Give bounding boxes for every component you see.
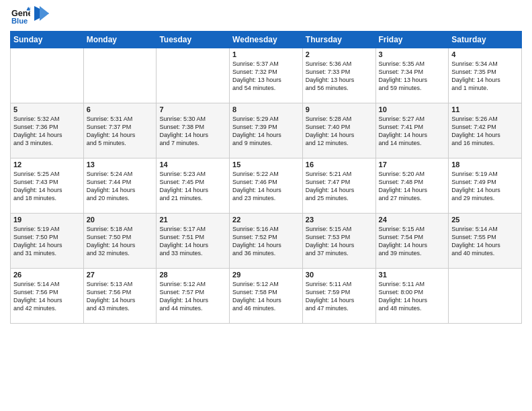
day-info: Sunrise: 5:31 AM Sunset: 7:37 PM Dayligh…: [87, 115, 154, 148]
day-number: 11: [451, 105, 519, 113]
calendar-cell: 28Sunrise: 5:12 AM Sunset: 7:57 PM Dayli…: [157, 269, 230, 324]
calendar-table: SundayMondayTuesdayWednesdayThursdayFrid…: [10, 31, 522, 324]
calendar-cell: 12Sunrise: 5:25 AM Sunset: 7:43 PM Dayli…: [11, 158, 84, 214]
day-info: Sunrise: 5:30 AM Sunset: 7:38 PM Dayligh…: [159, 115, 226, 148]
calendar-cell: 3Sunrise: 5:35 AM Sunset: 7:34 PM Daylig…: [375, 48, 449, 103]
logo-arrow-icon: [34, 6, 49, 21]
day-number: 30: [306, 271, 373, 279]
logo-icon: General Blue: [11, 7, 30, 26]
day-info: Sunrise: 5:25 AM Sunset: 7:43 PM Dayligh…: [13, 170, 81, 203]
day-number: 4: [451, 50, 519, 58]
day-number: 9: [306, 105, 373, 113]
day-info: Sunrise: 5:22 AM Sunset: 7:46 PM Dayligh…: [232, 170, 300, 203]
day-info: Sunrise: 5:14 AM Sunset: 7:55 PM Dayligh…: [451, 225, 519, 258]
day-number: 15: [232, 161, 300, 169]
day-number: 19: [13, 216, 81, 224]
day-number: 2: [306, 50, 373, 58]
calendar-cell: 4Sunrise: 5:34 AM Sunset: 7:35 PM Daylig…: [449, 48, 522, 103]
calendar-cell: 2Sunrise: 5:36 AM Sunset: 7:33 PM Daylig…: [302, 48, 375, 103]
calendar-cell: 8Sunrise: 5:29 AM Sunset: 7:39 PM Daylig…: [230, 103, 303, 158]
logo: General Blue: [10, 7, 49, 26]
week-row-1: 1Sunrise: 5:37 AM Sunset: 7:32 PM Daylig…: [11, 48, 522, 103]
day-number: 7: [159, 105, 226, 113]
day-info: Sunrise: 5:14 AM Sunset: 7:56 PM Dayligh…: [13, 280, 81, 313]
day-number: 17: [379, 161, 446, 169]
calendar-cell: [11, 48, 84, 103]
calendar-cell: 18Sunrise: 5:19 AM Sunset: 7:49 PM Dayli…: [449, 158, 522, 214]
calendar-cell: 25Sunrise: 5:14 AM Sunset: 7:55 PM Dayli…: [449, 214, 522, 269]
day-info: Sunrise: 5:20 AM Sunset: 7:48 PM Dayligh…: [379, 170, 446, 203]
day-number: 10: [379, 105, 446, 113]
day-info: Sunrise: 5:26 AM Sunset: 7:42 PM Dayligh…: [451, 115, 519, 148]
week-row-3: 12Sunrise: 5:25 AM Sunset: 7:43 PM Dayli…: [11, 158, 522, 214]
week-row-5: 26Sunrise: 5:14 AM Sunset: 7:56 PM Dayli…: [11, 269, 522, 324]
calendar-page: General Blue SundayMondayTuesdayWednesda: [0, 0, 532, 411]
day-info: Sunrise: 5:11 AM Sunset: 8:00 PM Dayligh…: [379, 280, 446, 313]
day-info: Sunrise: 5:11 AM Sunset: 7:59 PM Dayligh…: [306, 280, 373, 313]
day-number: 5: [13, 105, 81, 113]
day-header-wednesday: Wednesday: [230, 32, 303, 48]
calendar-cell: 7Sunrise: 5:30 AM Sunset: 7:38 PM Daylig…: [157, 103, 230, 158]
day-info: Sunrise: 5:15 AM Sunset: 7:53 PM Dayligh…: [306, 225, 373, 258]
day-info: Sunrise: 5:29 AM Sunset: 7:39 PM Dayligh…: [232, 115, 300, 148]
day-number: 3: [379, 50, 446, 58]
calendar-cell: 14Sunrise: 5:23 AM Sunset: 7:45 PM Dayli…: [157, 158, 230, 214]
day-number: 28: [159, 271, 226, 279]
day-header-tuesday: Tuesday: [157, 32, 230, 48]
calendar-cell: 19Sunrise: 5:19 AM Sunset: 7:50 PM Dayli…: [11, 214, 84, 269]
calendar-cell: 11Sunrise: 5:26 AM Sunset: 7:42 PM Dayli…: [449, 103, 522, 158]
day-number: 12: [13, 161, 81, 169]
day-info: Sunrise: 5:35 AM Sunset: 7:34 PM Dayligh…: [379, 60, 446, 93]
calendar-cell: 6Sunrise: 5:31 AM Sunset: 7:37 PM Daylig…: [83, 103, 157, 158]
calendar-cell: 15Sunrise: 5:22 AM Sunset: 7:46 PM Dayli…: [230, 158, 303, 214]
day-info: Sunrise: 5:24 AM Sunset: 7:44 PM Dayligh…: [87, 170, 154, 203]
day-number: 29: [232, 271, 300, 279]
day-info: Sunrise: 5:16 AM Sunset: 7:52 PM Dayligh…: [232, 225, 300, 258]
calendar-cell: 27Sunrise: 5:13 AM Sunset: 7:56 PM Dayli…: [83, 269, 157, 324]
day-info: Sunrise: 5:12 AM Sunset: 7:57 PM Dayligh…: [159, 280, 226, 313]
header-row: SundayMondayTuesdayWednesdayThursdayFrid…: [11, 32, 522, 48]
day-header-saturday: Saturday: [449, 32, 522, 48]
day-number: 14: [159, 161, 226, 169]
calendar-cell: 13Sunrise: 5:24 AM Sunset: 7:44 PM Dayli…: [83, 158, 157, 214]
calendar-cell: 5Sunrise: 5:32 AM Sunset: 7:36 PM Daylig…: [11, 103, 84, 158]
day-info: Sunrise: 5:15 AM Sunset: 7:54 PM Dayligh…: [379, 225, 446, 258]
day-info: Sunrise: 5:19 AM Sunset: 7:50 PM Dayligh…: [13, 225, 81, 258]
page-header: General Blue: [10, 7, 522, 26]
day-number: 31: [379, 271, 446, 279]
calendar-cell: [449, 269, 522, 324]
day-number: 27: [87, 271, 154, 279]
week-row-2: 5Sunrise: 5:32 AM Sunset: 7:36 PM Daylig…: [11, 103, 522, 158]
calendar-cell: 10Sunrise: 5:27 AM Sunset: 7:41 PM Dayli…: [375, 103, 449, 158]
day-info: Sunrise: 5:28 AM Sunset: 7:40 PM Dayligh…: [306, 115, 373, 148]
calendar-cell: 31Sunrise: 5:11 AM Sunset: 8:00 PM Dayli…: [375, 269, 449, 324]
day-info: Sunrise: 5:12 AM Sunset: 7:58 PM Dayligh…: [232, 280, 300, 313]
calendar-cell: 21Sunrise: 5:17 AM Sunset: 7:51 PM Dayli…: [157, 214, 230, 269]
calendar-cell: 20Sunrise: 5:18 AM Sunset: 7:50 PM Dayli…: [83, 214, 157, 269]
calendar-cell: 24Sunrise: 5:15 AM Sunset: 7:54 PM Dayli…: [375, 214, 449, 269]
day-info: Sunrise: 5:32 AM Sunset: 7:36 PM Dayligh…: [13, 115, 81, 148]
day-info: Sunrise: 5:27 AM Sunset: 7:41 PM Dayligh…: [379, 115, 446, 148]
day-number: 24: [379, 216, 446, 224]
day-header-thursday: Thursday: [302, 32, 375, 48]
calendar-cell: 16Sunrise: 5:21 AM Sunset: 7:47 PM Dayli…: [302, 158, 375, 214]
day-number: 18: [451, 161, 519, 169]
calendar-cell: 1Sunrise: 5:37 AM Sunset: 7:32 PM Daylig…: [230, 48, 303, 103]
day-number: 13: [87, 161, 154, 169]
week-row-4: 19Sunrise: 5:19 AM Sunset: 7:50 PM Dayli…: [11, 214, 522, 269]
day-header-monday: Monday: [83, 32, 157, 48]
day-number: 1: [232, 50, 300, 58]
day-header-friday: Friday: [375, 32, 449, 48]
calendar-cell: 30Sunrise: 5:11 AM Sunset: 7:59 PM Dayli…: [302, 269, 375, 324]
day-number: 26: [13, 271, 81, 279]
calendar-cell: [157, 48, 230, 103]
day-info: Sunrise: 5:36 AM Sunset: 7:33 PM Dayligh…: [306, 60, 373, 93]
day-number: 20: [87, 216, 154, 224]
day-number: 8: [232, 105, 300, 113]
day-info: Sunrise: 5:13 AM Sunset: 7:56 PM Dayligh…: [87, 280, 154, 313]
svg-text:Blue: Blue: [11, 17, 28, 25]
day-number: 21: [159, 216, 226, 224]
calendar-cell: 17Sunrise: 5:20 AM Sunset: 7:48 PM Dayli…: [375, 158, 449, 214]
calendar-cell: 29Sunrise: 5:12 AM Sunset: 7:58 PM Dayli…: [230, 269, 303, 324]
day-info: Sunrise: 5:23 AM Sunset: 7:45 PM Dayligh…: [159, 170, 226, 203]
